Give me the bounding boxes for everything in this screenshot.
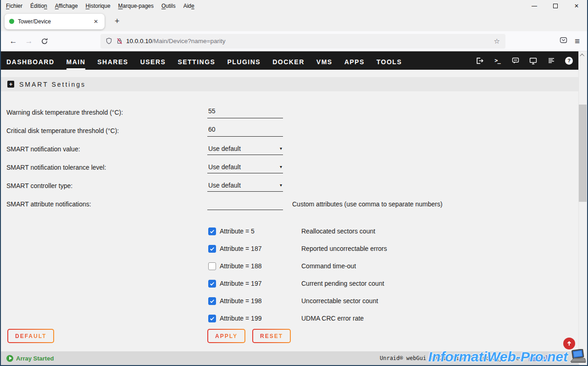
minimize-button[interactable]: —: [524, 0, 545, 11]
attribute-description: Uncorrectable sector count: [301, 297, 378, 305]
dropdown-arrow-icon: ▾: [280, 183, 282, 188]
page-scrollbar[interactable]: [578, 51, 586, 364]
attribute-row: Attribute = 188 Command time-out: [1, 257, 579, 275]
attribute-description: UDMA CRC error rate: [301, 315, 364, 322]
attribute-5-checkbox[interactable]: [208, 227, 216, 235]
nav-main[interactable]: MAIN: [67, 53, 86, 70]
url-path: /Main/Device?name=parity: [152, 38, 225, 44]
unraid-navbar: DASHBOARD MAIN SHARES USERS SETTINGS PLU…: [1, 51, 579, 70]
toolbar-right: ≡: [560, 36, 582, 46]
attribute-187-checkbox[interactable]: [208, 245, 216, 253]
menu-file[interactable]: Fichier: [5, 2, 23, 10]
display-icon[interactable]: [529, 57, 537, 65]
attribute-label: Attribute = 199: [220, 315, 301, 322]
menu-edit[interactable]: Édition: [29, 2, 48, 10]
nav-tools[interactable]: TOOLS: [377, 53, 402, 70]
manual-link[interactable]: Manuel: [529, 355, 549, 361]
laptop-icon: [570, 349, 586, 364]
attribute-description: Reallocated sectors count: [301, 227, 375, 235]
scrollbar-up-arrow[interactable]: [579, 51, 586, 59]
form-row: SMART notification value: Use default ▾: [1, 140, 579, 158]
back-button[interactable]: ←: [6, 34, 21, 49]
attribute-199-checkbox[interactable]: [208, 315, 216, 322]
attribute-row: Attribute = 187 Reported uncorrectable e…: [1, 240, 579, 257]
array-started-icon: [6, 355, 13, 362]
forward-button[interactable]: →: [21, 34, 37, 49]
nav-items: DASHBOARD MAIN SHARES USERS SETTINGS PLU…: [6, 51, 402, 70]
attribute-checkbox-list: Attribute = 5 Reallocated sectors count …: [1, 222, 579, 327]
nav-settings[interactable]: SETTINGS: [178, 53, 215, 70]
apply-button[interactable]: APPLY: [207, 329, 245, 343]
tab-close-icon[interactable]: ✕: [92, 17, 100, 26]
attribute-row: Attribute = 198 Uncorrectable sector cou…: [1, 292, 579, 310]
copyright-text: Unraid® webGui ©2021, Lime Technology, I…: [380, 355, 522, 361]
tolerance-level-select[interactable]: Use default ▾: [207, 161, 283, 173]
attribute-row: Attribute = 199 UDMA CRC error rate: [1, 310, 579, 327]
tab-bar: Tower/Device ✕ +: [1, 11, 587, 31]
tab-tower-device[interactable]: Tower/Device ✕: [5, 14, 105, 29]
url-bar[interactable]: 10.0.0.10/Main/Device?name=parity ☆: [100, 34, 505, 49]
feedback-icon[interactable]: [511, 57, 519, 65]
warning-temp-input[interactable]: [207, 106, 283, 118]
warning-temp-label: Warning disk temperature threshold (°C):: [6, 109, 207, 116]
attribute-label: Attribute = 5: [220, 227, 301, 235]
default-button[interactable]: DEFAULT: [7, 329, 54, 343]
insecure-lock-icon[interactable]: [116, 38, 123, 45]
log-icon[interactable]: [547, 57, 555, 65]
menu-view[interactable]: Affichage: [54, 2, 79, 10]
pocket-icon[interactable]: [560, 36, 567, 46]
up-arrow-icon: [566, 340, 572, 347]
page-content: + SMART Settings Warning disk temperatur…: [1, 70, 579, 351]
form-row: SMART controller type: Use default ▾: [1, 177, 579, 195]
custom-attributes-input[interactable]: [207, 198, 283, 210]
menu-bookmarks[interactable]: Marque-pages: [117, 2, 155, 10]
expand-plus-icon[interactable]: +: [7, 81, 14, 88]
help-icon[interactable]: ?: [565, 57, 573, 65]
logout-icon[interactable]: [476, 57, 483, 65]
url-text[interactable]: 10.0.0.10/Main/Device?name=parity: [126, 38, 490, 44]
nav-docker[interactable]: DOCKER: [272, 53, 305, 70]
reset-button[interactable]: RESET: [252, 329, 291, 343]
menu-history[interactable]: Historique: [85, 2, 111, 10]
attribute-label: Attribute = 197: [220, 280, 301, 287]
nav-plugins[interactable]: PLUGINS: [227, 53, 261, 70]
nav-users[interactable]: USERS: [140, 53, 166, 70]
bookmark-star-icon[interactable]: ☆: [493, 37, 501, 45]
tab-title: Tower/Device: [18, 18, 88, 25]
form-row: Warning disk temperature threshold (°C):: [1, 103, 579, 122]
attribute-description: Reported uncorrectable errors: [301, 245, 387, 252]
menu-help[interactable]: Aide: [183, 2, 195, 10]
attribute-197-checkbox[interactable]: [208, 280, 216, 288]
attribute-description: Command time-out: [301, 262, 356, 270]
close-button[interactable]: ✕: [566, 0, 587, 11]
browser-window: Fichier Édition Affichage Historique Mar…: [0, 0, 588, 366]
smart-settings-form: Warning disk temperature threshold (°C):…: [1, 103, 579, 343]
shield-icon[interactable]: [105, 38, 112, 45]
forward-icon: →: [25, 37, 33, 46]
new-tab-button[interactable]: +: [111, 16, 123, 27]
attribute-188-checkbox[interactable]: [208, 262, 216, 270]
form-row: Critical disk temperature threshold (°C)…: [1, 122, 579, 140]
terminal-icon[interactable]: >_: [494, 57, 501, 65]
controller-type-select[interactable]: Use default ▾: [207, 180, 283, 192]
nav-apps[interactable]: APPS: [344, 53, 365, 70]
nav-vms[interactable]: VMS: [316, 53, 333, 70]
nav-shares[interactable]: SHARES: [97, 53, 128, 70]
scroll-to-top-button[interactable]: [563, 338, 575, 349]
nav-icon-group: >_ ?: [476, 57, 573, 65]
hamburger-menu-icon[interactable]: ≡: [575, 37, 580, 45]
close-icon: ✕: [574, 3, 579, 9]
maximize-button[interactable]: [545, 0, 566, 11]
scrollbar-thumb[interactable]: [579, 105, 587, 202]
nav-dashboard[interactable]: DASHBOARD: [6, 53, 55, 70]
menu-bar: Fichier Édition Affichage Historique Mar…: [1, 0, 587, 11]
url-host: 10.0.0.10: [126, 38, 152, 44]
footer-right: Unraid® webGui ©2021, Lime Technology, I…: [380, 355, 549, 361]
attribute-198-checkbox[interactable]: [208, 297, 216, 305]
attribute-row: Attribute = 197 Current pending sector c…: [1, 275, 579, 292]
notification-value-select[interactable]: Use default ▾: [207, 143, 283, 155]
reload-button[interactable]: [37, 34, 52, 49]
menu-tools[interactable]: Outils: [161, 2, 177, 10]
smart-settings-header[interactable]: + SMART Settings: [1, 77, 579, 91]
critical-temp-input[interactable]: [207, 125, 283, 137]
